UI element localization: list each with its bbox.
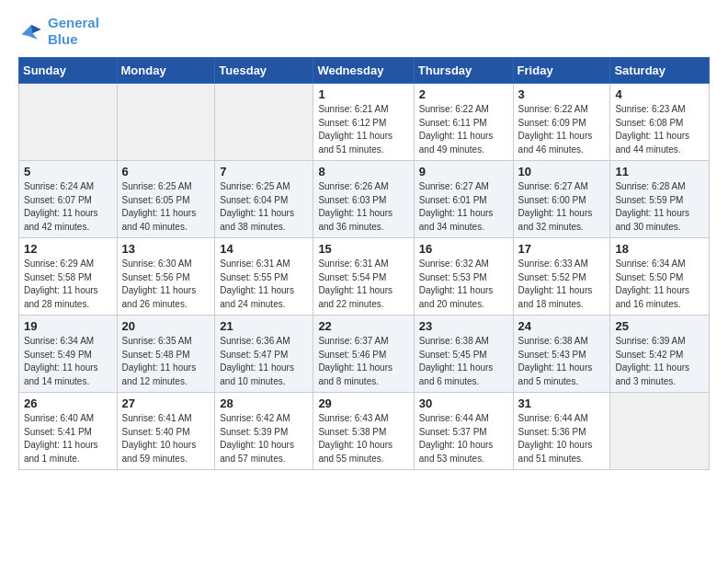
day-number: 17 — [518, 242, 606, 256]
day-info: Sunrise: 6:44 AM Sunset: 5:37 PM Dayligh… — [419, 412, 508, 465]
day-number: 22 — [318, 319, 408, 333]
calendar-cell: 28Sunrise: 6:42 AM Sunset: 5:39 PM Dayli… — [215, 393, 313, 470]
calendar-cell: 3Sunrise: 6:22 AM Sunset: 6:09 PM Daylig… — [513, 84, 610, 161]
weekday-header-friday: Friday — [513, 58, 610, 84]
calendar-cell: 25Sunrise: 6:39 AM Sunset: 5:42 PM Dayli… — [610, 316, 710, 393]
day-info: Sunrise: 6:35 AM Sunset: 5:48 PM Dayligh… — [122, 335, 210, 388]
calendar-cell: 27Sunrise: 6:41 AM Sunset: 5:40 PM Dayli… — [117, 393, 215, 470]
calendar-table: SundayMondayTuesdayWednesdayThursdayFrid… — [18, 57, 710, 470]
day-number: 21 — [220, 319, 308, 333]
calendar-cell: 17Sunrise: 6:33 AM Sunset: 5:52 PM Dayli… — [513, 238, 610, 316]
day-number: 31 — [518, 396, 606, 410]
weekday-header-tuesday: Tuesday — [215, 58, 313, 84]
calendar-cell: 9Sunrise: 6:27 AM Sunset: 6:01 PM Daylig… — [414, 161, 513, 238]
day-info: Sunrise: 6:23 AM Sunset: 6:08 PM Dayligh… — [615, 103, 704, 156]
calendar-cell: 15Sunrise: 6:31 AM Sunset: 5:54 PM Dayli… — [313, 238, 414, 316]
day-info: Sunrise: 6:37 AM Sunset: 5:46 PM Dayligh… — [318, 335, 408, 388]
calendar-cell: 18Sunrise: 6:34 AM Sunset: 5:50 PM Dayli… — [610, 238, 710, 316]
week-row-3: 19Sunrise: 6:34 AM Sunset: 5:49 PM Dayli… — [19, 316, 710, 393]
day-info: Sunrise: 6:31 AM Sunset: 5:55 PM Dayligh… — [220, 258, 308, 311]
day-number: 25 — [615, 319, 704, 333]
day-number: 12 — [24, 242, 112, 256]
calendar-cell: 8Sunrise: 6:26 AM Sunset: 6:03 PM Daylig… — [313, 161, 414, 238]
day-info: Sunrise: 6:27 AM Sunset: 6:00 PM Dayligh… — [518, 180, 606, 234]
day-info: Sunrise: 6:28 AM Sunset: 5:59 PM Dayligh… — [615, 180, 704, 234]
logo-text: GeneralBlue — [48, 15, 99, 48]
day-number: 20 — [122, 319, 210, 333]
day-info: Sunrise: 6:33 AM Sunset: 5:52 PM Dayligh… — [518, 258, 606, 311]
day-info: Sunrise: 6:38 AM Sunset: 5:43 PM Dayligh… — [518, 335, 606, 388]
day-info: Sunrise: 6:41 AM Sunset: 5:40 PM Dayligh… — [122, 412, 210, 465]
day-info: Sunrise: 6:22 AM Sunset: 6:09 PM Dayligh… — [518, 103, 606, 156]
weekday-header-thursday: Thursday — [414, 58, 513, 84]
day-number: 19 — [24, 319, 112, 333]
day-number: 18 — [615, 242, 704, 256]
weekday-header-row: SundayMondayTuesdayWednesdayThursdayFrid… — [19, 58, 710, 84]
day-number: 1 — [318, 87, 408, 101]
day-info: Sunrise: 6:38 AM Sunset: 5:45 PM Dayligh… — [419, 335, 508, 388]
calendar-cell: 26Sunrise: 6:40 AM Sunset: 5:41 PM Dayli… — [19, 393, 118, 470]
day-info: Sunrise: 6:26 AM Sunset: 6:03 PM Dayligh… — [318, 180, 408, 234]
svg-marker-0 — [22, 25, 41, 40]
calendar-cell: 1Sunrise: 6:21 AM Sunset: 6:12 PM Daylig… — [313, 84, 414, 161]
day-number: 7 — [220, 165, 308, 178]
day-number: 30 — [419, 396, 508, 410]
logo: GeneralBlue — [18, 15, 99, 48]
calendar-cell: 31Sunrise: 6:44 AM Sunset: 5:36 PM Dayli… — [513, 393, 610, 470]
calendar-cell: 2Sunrise: 6:22 AM Sunset: 6:11 PM Daylig… — [414, 84, 513, 161]
day-number: 2 — [419, 87, 508, 101]
day-info: Sunrise: 6:29 AM Sunset: 5:58 PM Dayligh… — [24, 258, 112, 311]
calendar-cell: 11Sunrise: 6:28 AM Sunset: 5:59 PM Dayli… — [610, 161, 710, 238]
calendar-cell: 24Sunrise: 6:38 AM Sunset: 5:43 PM Dayli… — [513, 316, 610, 393]
weekday-header-monday: Monday — [117, 58, 215, 84]
day-number: 6 — [122, 165, 210, 178]
day-number: 4 — [615, 87, 704, 101]
day-number: 28 — [220, 396, 308, 410]
day-info: Sunrise: 6:36 AM Sunset: 5:47 PM Dayligh… — [220, 335, 308, 388]
day-info: Sunrise: 6:30 AM Sunset: 5:56 PM Dayligh… — [122, 258, 210, 311]
day-number: 24 — [518, 319, 606, 333]
weekday-header-wednesday: Wednesday — [313, 58, 414, 84]
calendar-cell: 16Sunrise: 6:32 AM Sunset: 5:53 PM Dayli… — [414, 238, 513, 316]
day-number: 5 — [24, 165, 112, 178]
week-row-0: 1Sunrise: 6:21 AM Sunset: 6:12 PM Daylig… — [19, 84, 710, 161]
day-info: Sunrise: 6:25 AM Sunset: 6:04 PM Dayligh… — [220, 180, 308, 234]
week-row-2: 12Sunrise: 6:29 AM Sunset: 5:58 PM Dayli… — [19, 238, 710, 316]
weekday-header-saturday: Saturday — [610, 58, 710, 84]
svg-marker-1 — [31, 25, 41, 33]
day-info: Sunrise: 6:32 AM Sunset: 5:53 PM Dayligh… — [419, 258, 508, 311]
day-number: 27 — [122, 396, 210, 410]
day-number: 26 — [24, 396, 112, 410]
day-number: 13 — [122, 242, 210, 256]
day-number: 11 — [615, 165, 704, 178]
day-info: Sunrise: 6:40 AM Sunset: 5:41 PM Dayligh… — [24, 412, 112, 465]
day-info: Sunrise: 6:25 AM Sunset: 6:05 PM Dayligh… — [122, 180, 210, 234]
calendar-cell — [19, 84, 118, 161]
calendar-cell: 12Sunrise: 6:29 AM Sunset: 5:58 PM Dayli… — [19, 238, 118, 316]
calendar-cell: 19Sunrise: 6:34 AM Sunset: 5:49 PM Dayli… — [19, 316, 118, 393]
day-number: 29 — [318, 396, 408, 410]
day-number: 10 — [518, 165, 606, 178]
calendar-cell — [215, 84, 313, 161]
day-number: 23 — [419, 319, 508, 333]
calendar-cell: 21Sunrise: 6:36 AM Sunset: 5:47 PM Dayli… — [215, 316, 313, 393]
day-number: 16 — [419, 242, 508, 256]
header: GeneralBlue — [18, 15, 710, 48]
calendar-cell: 20Sunrise: 6:35 AM Sunset: 5:48 PM Dayli… — [117, 316, 215, 393]
calendar-cell — [117, 84, 215, 161]
week-row-1: 5Sunrise: 6:24 AM Sunset: 6:07 PM Daylig… — [19, 161, 710, 238]
day-info: Sunrise: 6:21 AM Sunset: 6:12 PM Dayligh… — [318, 103, 408, 156]
calendar-cell: 10Sunrise: 6:27 AM Sunset: 6:00 PM Dayli… — [513, 161, 610, 238]
day-number: 14 — [220, 242, 308, 256]
logo-icon — [18, 21, 44, 41]
day-info: Sunrise: 6:31 AM Sunset: 5:54 PM Dayligh… — [318, 258, 408, 311]
weekday-header-sunday: Sunday — [19, 58, 118, 84]
calendar-cell: 13Sunrise: 6:30 AM Sunset: 5:56 PM Dayli… — [117, 238, 215, 316]
day-info: Sunrise: 6:44 AM Sunset: 5:36 PM Dayligh… — [518, 412, 606, 465]
calendar-cell: 30Sunrise: 6:44 AM Sunset: 5:37 PM Dayli… — [414, 393, 513, 470]
day-info: Sunrise: 6:43 AM Sunset: 5:38 PM Dayligh… — [318, 412, 408, 465]
calendar-cell: 29Sunrise: 6:43 AM Sunset: 5:38 PM Dayli… — [313, 393, 414, 470]
calendar-cell: 14Sunrise: 6:31 AM Sunset: 5:55 PM Dayli… — [215, 238, 313, 316]
day-info: Sunrise: 6:24 AM Sunset: 6:07 PM Dayligh… — [24, 180, 112, 234]
page: GeneralBlue SundayMondayTuesdayWednesday… — [0, 0, 728, 563]
